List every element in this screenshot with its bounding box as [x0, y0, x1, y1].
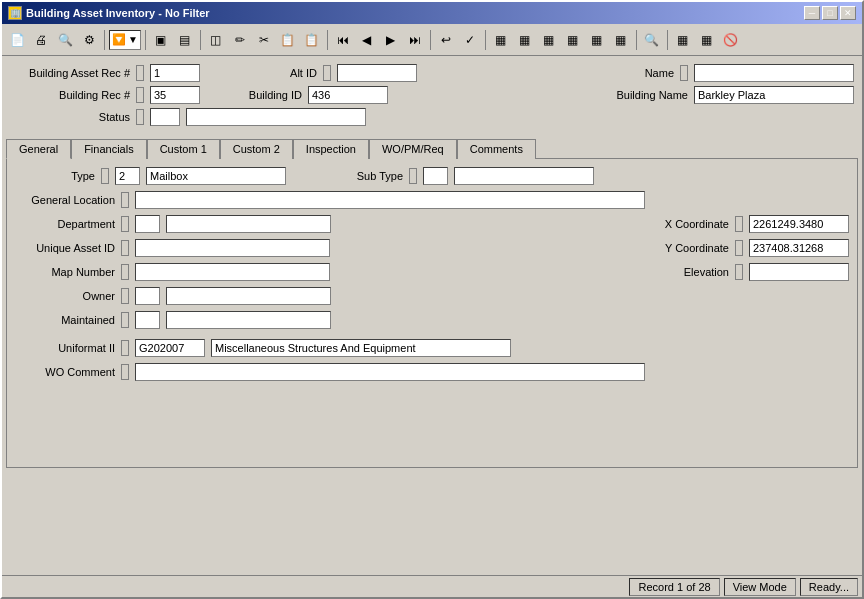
building-rec-label: Building Rec # — [10, 89, 130, 101]
elevation-input[interactable] — [749, 263, 849, 281]
y-coordinate-input[interactable] — [749, 239, 849, 257]
tab-inspection[interactable]: Inspection — [293, 139, 369, 159]
x-coordinate-label: X Coordinate — [649, 218, 729, 230]
uniformat-code-input[interactable] — [135, 339, 205, 357]
general-location-label: General Location — [15, 194, 115, 206]
wo-comment-input[interactable] — [135, 363, 645, 381]
building-id-input[interactable] — [308, 86, 388, 104]
grid5-button[interactable]: ▦ — [586, 29, 608, 51]
tab-custom2[interactable]: Custom 2 — [220, 139, 293, 159]
tab-financials[interactable]: Financials — [71, 139, 147, 159]
owner-code-input[interactable] — [135, 287, 160, 305]
wo-comment-label: WO Comment — [15, 366, 115, 378]
unique-asset-input[interactable] — [135, 239, 330, 257]
status-code-input[interactable] — [150, 108, 180, 126]
layout-button[interactable]: ▣ — [150, 29, 172, 51]
settings-button[interactable]: ⚙ — [78, 29, 100, 51]
grid2-button[interactable]: ▦ — [514, 29, 536, 51]
close-button[interactable]: ✕ — [840, 6, 856, 20]
building-name-input[interactable] — [694, 86, 854, 104]
window-title: Building Asset Inventory - No Filter — [26, 7, 210, 19]
map-number-input[interactable] — [135, 263, 330, 281]
uniformat-value-input[interactable] — [211, 339, 511, 357]
title-bar-left: 🏢 Building Asset Inventory - No Filter — [8, 6, 210, 20]
grid1-button[interactable]: ▦ — [490, 29, 512, 51]
separator-5 — [430, 30, 431, 50]
tab-general[interactable]: General — [6, 139, 71, 159]
type-label: Type — [15, 170, 95, 182]
dept-value-input[interactable] — [166, 215, 331, 233]
tabs-container: General Financials Custom 1 Custom 2 Ins… — [6, 138, 858, 468]
building-asset-rec-label: Building Asset Rec # — [10, 67, 130, 79]
separator-7 — [636, 30, 637, 50]
maintained-value-input[interactable] — [166, 311, 331, 329]
minimize-button[interactable]: ─ — [804, 6, 820, 20]
tab-custom1[interactable]: Custom 1 — [147, 139, 220, 159]
status-desc-input[interactable] — [186, 108, 366, 126]
general-location-row: General Location — [15, 191, 849, 209]
x-coordinate-input[interactable] — [749, 215, 849, 233]
y-coordinate-label: Y Coordinate — [649, 242, 729, 254]
filter-dropdown[interactable]: 🔽 ▼ — [109, 30, 141, 50]
general-location-input[interactable] — [135, 191, 645, 209]
tabs-row: General Financials Custom 1 Custom 2 Ins… — [6, 138, 858, 158]
dept-code-input[interactable] — [135, 215, 160, 233]
paste-button[interactable]: 📋 — [301, 29, 323, 51]
maintained-marker — [121, 312, 129, 328]
xcoord-marker — [735, 216, 743, 232]
view-button[interactable]: ▤ — [174, 29, 196, 51]
next-record-button[interactable]: ▶ — [380, 29, 402, 51]
status-label: Status — [10, 111, 130, 123]
edit-button[interactable]: ✏ — [229, 29, 251, 51]
refresh-button[interactable]: ◫ — [205, 29, 227, 51]
search-button[interactable]: 🔍 — [54, 29, 76, 51]
header-row-1: Building Asset Rec # Alt ID Name — [10, 64, 854, 82]
grid6-button[interactable]: ▦ — [610, 29, 632, 51]
header-fields: Building Asset Rec # Alt ID Name Buildin… — [6, 60, 858, 134]
separator-8 — [667, 30, 668, 50]
maintained-row: Maintained — [15, 311, 849, 329]
misc2-button[interactable]: ▦ — [696, 29, 718, 51]
maintained-code-input[interactable] — [135, 311, 160, 329]
building-asset-rec-input[interactable] — [150, 64, 200, 82]
sub-type-code-input[interactable] — [423, 167, 448, 185]
separator-6 — [485, 30, 486, 50]
grid4-button[interactable]: ▦ — [562, 29, 584, 51]
new-button[interactable]: 📄 — [6, 29, 28, 51]
type-value-input[interactable] — [146, 167, 286, 185]
sub-type-value-input[interactable] — [454, 167, 594, 185]
separator-4 — [327, 30, 328, 50]
bar-marker-4 — [136, 87, 144, 103]
save-button[interactable]: ✓ — [459, 29, 481, 51]
cut-button[interactable]: ✂ — [253, 29, 275, 51]
building-id-label: Building ID — [232, 89, 302, 101]
tab-wo-pm-req[interactable]: WO/PM/Req — [369, 139, 457, 159]
building-rec-input[interactable] — [150, 86, 200, 104]
toolbar: 📄 🖨 🔍 ⚙ 🔽 ▼ ▣ ▤ ◫ ✏ ✂ 📋 📋 ⏮ ◀ ▶ ⏭ ↩ ✓ ▦ … — [2, 24, 862, 56]
title-controls: ─ □ ✕ — [804, 6, 856, 20]
tab-comments[interactable]: Comments — [457, 139, 536, 159]
misc3-button[interactable]: 🚫 — [720, 29, 742, 51]
maximize-button[interactable]: □ — [822, 6, 838, 20]
first-record-button[interactable]: ⏮ — [332, 29, 354, 51]
last-record-button[interactable]: ⏭ — [404, 29, 426, 51]
undo-button[interactable]: ↩ — [435, 29, 457, 51]
title-bar: 🏢 Building Asset Inventory - No Filter ─… — [2, 2, 862, 24]
bar-marker-5 — [136, 109, 144, 125]
uniformat-label: Uniformat II — [15, 342, 115, 354]
prev-record-button[interactable]: ◀ — [356, 29, 378, 51]
zoom-button[interactable]: 🔍 — [641, 29, 663, 51]
grid3-button[interactable]: ▦ — [538, 29, 560, 51]
alt-id-input[interactable] — [337, 64, 417, 82]
separator-3 — [200, 30, 201, 50]
misc1-button[interactable]: ▦ — [672, 29, 694, 51]
alt-id-label: Alt ID — [272, 67, 317, 79]
owner-value-input[interactable] — [166, 287, 331, 305]
name-input[interactable] — [694, 64, 854, 82]
sub-type-label: Sub Type — [338, 170, 403, 182]
copy-button[interactable]: 📋 — [277, 29, 299, 51]
type-row: Type Sub Type — [15, 167, 849, 185]
type-code-input[interactable] — [115, 167, 140, 185]
uniformat-marker — [121, 340, 129, 356]
print-button[interactable]: 🖨 — [30, 29, 52, 51]
